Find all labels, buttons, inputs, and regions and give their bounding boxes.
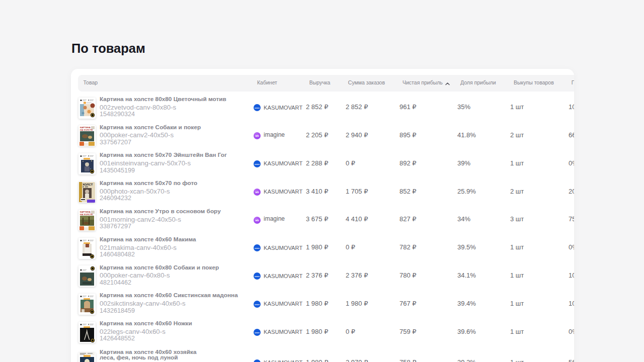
svg-text:ozon: ozon: [255, 247, 260, 249]
svg-text:wb: wb: [255, 191, 259, 194]
svg-text:wb: wb: [255, 134, 259, 137]
svg-text:ozon: ozon: [255, 163, 260, 165]
svg-text:ХОЛСТ: ХОЛСТ: [83, 183, 93, 186]
svg-text:ozon: ozon: [255, 275, 260, 278]
svg-text:wb: wb: [255, 219, 259, 222]
svg-text:ozon: ozon: [255, 331, 260, 334]
svg-text:ozon: ozon: [255, 303, 260, 306]
svg-text:ozon: ozon: [255, 107, 260, 109]
svg-text:НА ХОЛСТЕ: НА ХОЛСТЕ: [80, 213, 93, 215]
svg-text:НА ХОЛСТЕ: НА ХОЛСТЕ: [80, 129, 93, 131]
